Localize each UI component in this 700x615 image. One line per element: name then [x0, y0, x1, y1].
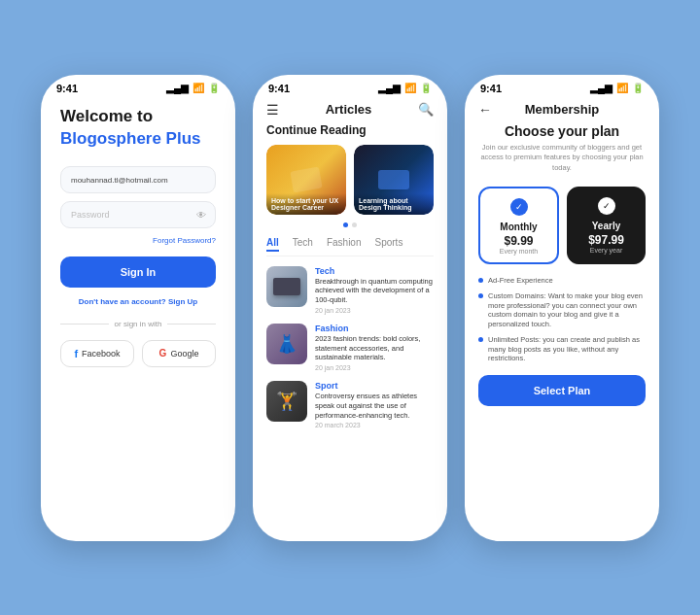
feature-text-3: Unlimited Posts: you can create and publ… [488, 335, 646, 363]
password-placeholder: Password [71, 210, 110, 220]
dot-2 [352, 222, 357, 227]
plan-period-monthly: Every month [486, 248, 551, 255]
eye-icon: 👁 [196, 209, 206, 220]
plan-name-monthly: Monthly [486, 222, 551, 232]
back-button[interactable]: ← [478, 102, 492, 118]
article-date-fashion: 20 jan 2023 [315, 364, 434, 371]
battery-icon-2: 🔋 [420, 83, 432, 93]
thumb-tech [266, 266, 307, 307]
articles-title: Articles [326, 102, 372, 117]
facebook-label: Facebook [82, 349, 121, 359]
feature-dot-2 [478, 293, 483, 298]
sign-in-button[interactable]: Sign In [60, 256, 216, 288]
article-category-fashion: Fashion [315, 324, 434, 333]
status-icons-1: ▂▄▆ 📶 🔋 [166, 83, 220, 93]
dot-1 [343, 222, 348, 227]
email-field[interactable]: mouhannad.tl@hotmail.com [60, 166, 216, 193]
article-meta-sport: Sport Controversy ensues as athletes spe… [315, 381, 434, 428]
plan-yearly[interactable]: ✓ Yearly $97.99 Every year [567, 187, 646, 264]
battery-icon-3: 🔋 [632, 83, 644, 93]
divider-line-left [60, 324, 109, 325]
time-1: 9:41 [56, 83, 78, 94]
facebook-button[interactable]: f Facebook [60, 340, 134, 367]
tab-fashion[interactable]: Fashion [327, 237, 362, 252]
select-plan-button[interactable]: Select Plan [478, 375, 646, 406]
article-item-tech[interactable]: Tech Breakthrough in quantum computing a… [266, 266, 434, 314]
feature-text-2: Custom Domains: Want to make your blog e… [488, 291, 646, 329]
article-item-fashion[interactable]: 👗 Fashion 2023 fashion trends: bold colo… [266, 324, 434, 371]
tab-sports[interactable]: Sports [374, 237, 402, 252]
article-category-tech: Tech [315, 266, 434, 276]
login-brand: Blogosphere Plus [60, 129, 216, 149]
signal-icon-3: ▂▄▆ [590, 83, 612, 93]
membership-title: Membership [498, 102, 626, 117]
signal-icon-2: ▂▄▆ [378, 83, 401, 93]
signup-text: Don't have an account? Sign Up [60, 297, 216, 306]
card-1[interactable]: How to start your UX Designer Career [266, 145, 346, 215]
forgot-password[interactable]: Forgot Password? [60, 236, 216, 245]
tabs-row: All Tech Fashion Sports [266, 237, 434, 256]
article-desc-fashion: 2023 fashion trends: bold colors, statem… [315, 334, 434, 362]
card-2[interactable]: Learning about Design Thinking [354, 145, 434, 215]
status-bar-3: 9:41 ▂▄▆ 📶 🔋 [465, 75, 659, 98]
google-button[interactable]: G Google [142, 340, 216, 367]
article-date-sport: 20 march 2023 [315, 422, 434, 428]
social-buttons: f Facebook G Google [60, 340, 216, 367]
battery-icon: 🔋 [208, 83, 220, 93]
carousel-dots [266, 222, 434, 227]
article-item-sport[interactable]: 🏋️ Sport Controversy ensues as athletes … [266, 381, 434, 428]
hamburger-menu[interactable]: ☰ [266, 102, 279, 118]
thumb-sport: 🏋️ [266, 381, 307, 422]
search-icon[interactable]: 🔍 [418, 102, 434, 117]
wifi-icon: 📶 [192, 83, 204, 93]
featured-cards: How to start your UX Designer Career Lea… [266, 145, 434, 215]
plan-subtext: Join our exclusive community of bloggers… [478, 143, 646, 174]
plan-check-monthly: ✓ [510, 198, 528, 216]
article-meta-tech: Tech Breakthrough in quantum computing a… [315, 266, 434, 314]
facebook-icon: f [74, 348, 78, 359]
status-icons-2: ▂▄▆ 📶 🔋 [378, 83, 432, 93]
feature-3: Unlimited Posts: you can create and publ… [478, 335, 646, 363]
thumb-fashion: 👗 [266, 324, 307, 364]
divider-line-right [167, 324, 216, 325]
article-meta-fashion: Fashion 2023 fashion trends: bold colors… [315, 324, 434, 371]
login-content: Welcome to Blogosphere Plus mouhannad.tl… [41, 98, 235, 383]
wifi-icon-3: 📶 [616, 83, 628, 93]
features-list: Ad-Free Experience Custom Domains: Want … [478, 276, 646, 363]
status-bar-1: 9:41 ▂▄▆ 📶 🔋 [41, 75, 235, 98]
plan-period-yearly: Every year [574, 247, 639, 254]
phone-membership: 9:41 ▂▄▆ 📶 🔋 ← Membership Choose your pl… [465, 75, 659, 541]
password-field[interactable]: Password [60, 201, 216, 228]
membership-body: Choose your plan Join our exclusive comm… [465, 123, 659, 407]
tab-all[interactable]: All [266, 237, 279, 252]
feature-2: Custom Domains: Want to make your blog e… [478, 291, 646, 329]
plan-price-monthly: $9.99 [486, 234, 551, 248]
membership-header: ← Membership [465, 98, 659, 123]
google-label: Google [170, 349, 198, 359]
sign-up-link[interactable]: Sign Up [168, 297, 197, 306]
tab-tech[interactable]: Tech [293, 237, 313, 252]
email-value: mouhannad.tl@hotmail.com [71, 176, 168, 185]
article-desc-sport: Controversy ensues as athletes speak out… [315, 392, 434, 420]
feature-dot-3 [478, 337, 483, 342]
time-3: 9:41 [480, 83, 502, 94]
plan-price-yearly: $97.99 [574, 233, 639, 247]
phone-login: 9:41 ▂▄▆ 📶 🔋 Welcome to Blogosphere Plus… [41, 75, 235, 541]
articles-body: Continue Reading How to start your UX De… [253, 123, 447, 439]
card2-label: Learning about Design Thinking [354, 193, 434, 215]
plan-monthly[interactable]: ✓ Monthly $9.99 Every month [478, 187, 559, 264]
plan-heading: Choose your plan [478, 123, 646, 139]
plans-row: ✓ Monthly $9.99 Every month ✓ Yearly $97… [478, 187, 646, 264]
time-2: 9:41 [268, 83, 290, 94]
or-text: or sign in with [115, 320, 162, 328]
status-icons-3: ▂▄▆ 📶 🔋 [590, 83, 644, 93]
feature-dot-1 [478, 278, 483, 283]
google-icon: G [159, 348, 167, 359]
plan-check-yearly: ✓ [598, 197, 615, 215]
card1-label: How to start your UX Designer Career [266, 193, 346, 215]
password-wrapper: Password 👁 [60, 201, 216, 228]
article-category-sport: Sport [315, 381, 434, 391]
phone-articles: 9:41 ▂▄▆ 📶 🔋 ☰ Articles 🔍 Continue Readi… [253, 75, 447, 541]
article-date-tech: 20 jan 2023 [315, 307, 434, 314]
plan-name-yearly: Yearly [574, 221, 639, 231]
